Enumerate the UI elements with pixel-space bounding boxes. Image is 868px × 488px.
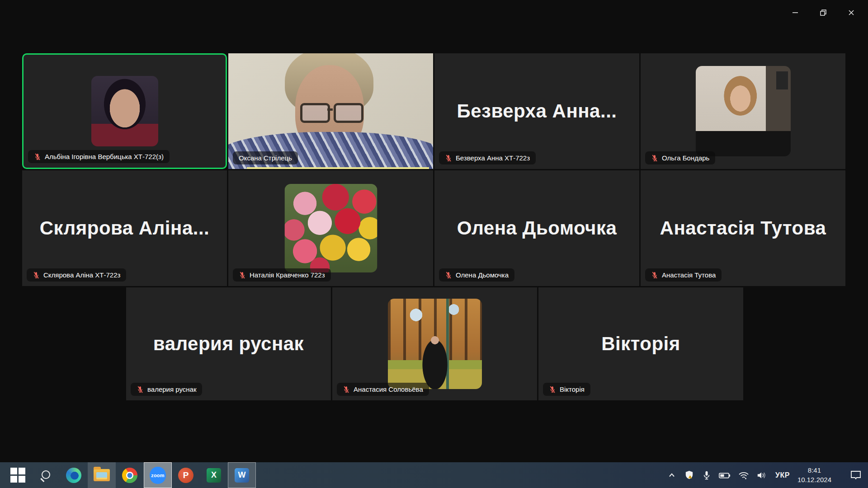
participant-name-label: Альбіна Ігорівна Вербицька ХТ-722(з) [28, 150, 170, 163]
wifi-icon[interactable] [738, 471, 749, 480]
participant-name-label: Вікторія [543, 383, 590, 396]
zoom-app-icon: zoom [150, 467, 166, 484]
taskbar-chrome-button[interactable] [116, 462, 144, 488]
taskbar-search-button[interactable] [32, 462, 60, 488]
participant-name-label: Склярова Аліна ХТ-722з [27, 268, 126, 282]
taskbar-apps: zoomPXW [0, 462, 256, 488]
chrome-icon [122, 468, 137, 483]
participant-avatar-photo [284, 184, 377, 272]
participant-name-label: Безверха Анна ХТ-722з [439, 151, 536, 164]
minimize-icon [791, 9, 799, 17]
participant-name-label: Олена Дьомочка [439, 268, 514, 282]
taskbar-zoom-button[interactable]: zoom [144, 462, 172, 488]
edge-icon [66, 468, 81, 483]
windows-start-icon [10, 468, 25, 483]
windows-taskbar: zoomPXW [0, 462, 868, 488]
action-center-icon[interactable] [850, 470, 862, 481]
participant-tile[interactable]: валерия руснак валерия руснак [126, 287, 331, 400]
muted-mic-icon [239, 272, 246, 279]
window-controls [781, 3, 865, 23]
participant-name-text: Безверха Анна ХТ-722з [456, 154, 530, 162]
participant-name-text: Альбіна Ігорівна Вербицька ХТ-722(з) [45, 153, 164, 160]
muted-mic-icon [445, 272, 452, 279]
battery-icon[interactable] [719, 471, 731, 480]
taskbar-start-button[interactable] [4, 462, 32, 488]
participant-name-text: Вікторія [560, 385, 585, 393]
participant-name-label: валерия руснак [131, 383, 202, 396]
search-icon [40, 469, 52, 481]
security-shield-icon[interactable] [684, 470, 694, 480]
file-explorer-icon [94, 469, 110, 481]
participant-name-text: Олена Дьомочка [456, 271, 509, 279]
participant-name-text: Анастасія Тутова [662, 271, 716, 279]
microphone-icon[interactable] [702, 470, 711, 480]
system-tray: УКР 8:41 10.12.2024 [667, 466, 868, 484]
gallery-row-2: Склярова Аліна... Склярова Аліна ХТ-722з… [22, 170, 845, 286]
participant-tile[interactable]: Анастасия Соловьёва [332, 287, 537, 400]
language-indicator[interactable]: УКР [775, 471, 790, 479]
glasses-right-lens [334, 103, 363, 123]
muted-mic-icon [33, 272, 40, 279]
muted-mic-icon [445, 155, 452, 162]
participant-tile[interactable]: Склярова Аліна... Склярова Аліна ХТ-722з [22, 170, 227, 286]
close-button[interactable] [837, 3, 865, 23]
participant-name-label: Ольга Бондарь [645, 151, 715, 164]
participant-tile[interactable]: Анастасія Тутова Анастасія Тутова [641, 170, 845, 286]
titlebar [0, 0, 868, 27]
word-icon: W [235, 468, 249, 483]
participant-name-text: валерия руснак [147, 385, 196, 393]
excel-icon: X [207, 468, 221, 483]
taskbar-explorer-button[interactable] [88, 462, 116, 488]
participant-name-text: Наталія Кравченко 722з [250, 271, 325, 279]
clock-date: 10.12.2024 [797, 475, 831, 484]
volume-icon[interactable] [757, 471, 768, 480]
participant-tile[interactable]: Вікторія Вікторія [538, 287, 743, 400]
glasses-left-lens [300, 103, 330, 123]
gallery-row-1: Альбіна Ігорівна Вербицька ХТ-722(з) Окс… [22, 53, 845, 169]
minimize-button[interactable] [781, 3, 809, 23]
participant-tile[interactable]: Альбіна Ігорівна Вербицька ХТ-722(з) [22, 53, 227, 169]
participant-name-label: Оксана Стрілець [233, 151, 298, 164]
tray-chevron-up-icon[interactable] [667, 471, 676, 480]
restore-icon [819, 9, 827, 17]
participant-avatar-photo [696, 66, 791, 156]
participant-name-text: Склярова Аліна ХТ-722з [43, 271, 120, 279]
muted-mic-icon [549, 386, 556, 393]
glasses-bridge [327, 108, 333, 111]
participant-tile[interactable]: Ольга Бондарь [641, 53, 845, 169]
muted-mic-icon [137, 386, 144, 393]
participant-name-text: Ольга Бондарь [662, 154, 709, 162]
participant-tile[interactable]: Безверха Анна... Безверха Анна ХТ-722з [434, 53, 639, 169]
participant-name-label: Анастасія Тутова [645, 268, 722, 282]
participant-tile[interactable]: Олена Дьомочка Олена Дьомочка [434, 170, 639, 286]
participant-name-text: Анастасия Соловьёва [354, 385, 423, 393]
participant-name-text: Оксана Стрілець [239, 154, 292, 162]
participant-name-label: Наталія Кравченко 722з [233, 268, 331, 282]
participant-tile[interactable]: Наталія Кравченко 722з [228, 170, 433, 286]
participant-avatar-photo [91, 76, 158, 146]
participant-name-label: Анастасия Соловьёва [337, 383, 429, 396]
taskbar-word-button[interactable]: W [228, 462, 256, 488]
taskbar-excel-button[interactable]: X [200, 462, 228, 488]
muted-mic-icon [343, 386, 350, 393]
close-icon [847, 9, 855, 17]
taskbar-edge-button[interactable] [60, 462, 88, 488]
muted-mic-icon [34, 153, 41, 160]
gallery-row-3: валерия руснак валерия руснак Анастасия … [126, 287, 743, 400]
restore-button[interactable] [809, 3, 837, 23]
clock-time: 8:41 [797, 466, 831, 475]
muted-mic-icon [651, 155, 658, 162]
taskbar-powerpoint-button[interactable]: P [172, 462, 200, 488]
participant-tile[interactable]: Оксана Стрілець [228, 53, 433, 169]
participant-avatar-photo [388, 299, 482, 389]
muted-mic-icon [651, 272, 658, 279]
clock[interactable]: 8:41 10.12.2024 [797, 466, 831, 484]
zoom-meeting-window: Альбіна Ігорівна Вербицька ХТ-722(з) Окс… [0, 0, 868, 488]
video-bottom-highlight [247, 167, 429, 169]
powerpoint-icon: P [178, 468, 193, 483]
